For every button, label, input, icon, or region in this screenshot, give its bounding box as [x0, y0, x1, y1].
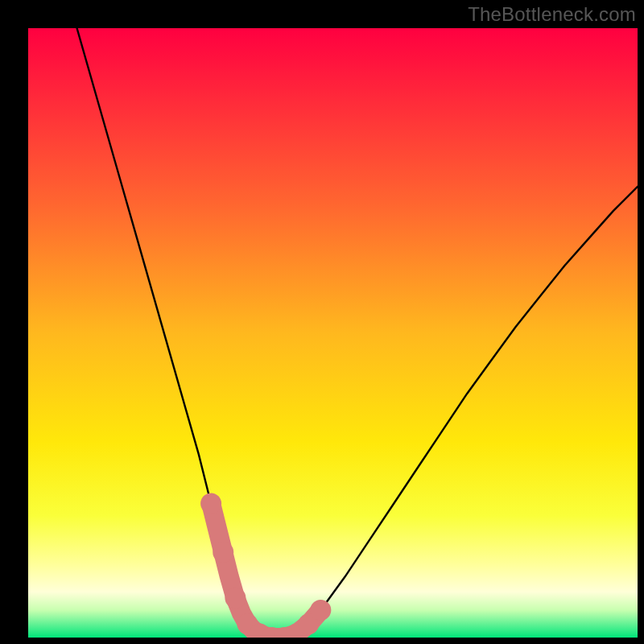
gradient-background — [28, 28, 638, 638]
sample-dot — [200, 493, 221, 514]
watermark-text: TheBottleneck.com — [468, 3, 636, 26]
sample-dot — [225, 588, 246, 609]
bottleneck-chart — [28, 28, 638, 638]
sample-dot — [213, 542, 233, 563]
sample-dot — [310, 600, 331, 621]
chart-frame: TheBottleneck.com — [0, 0, 644, 644]
